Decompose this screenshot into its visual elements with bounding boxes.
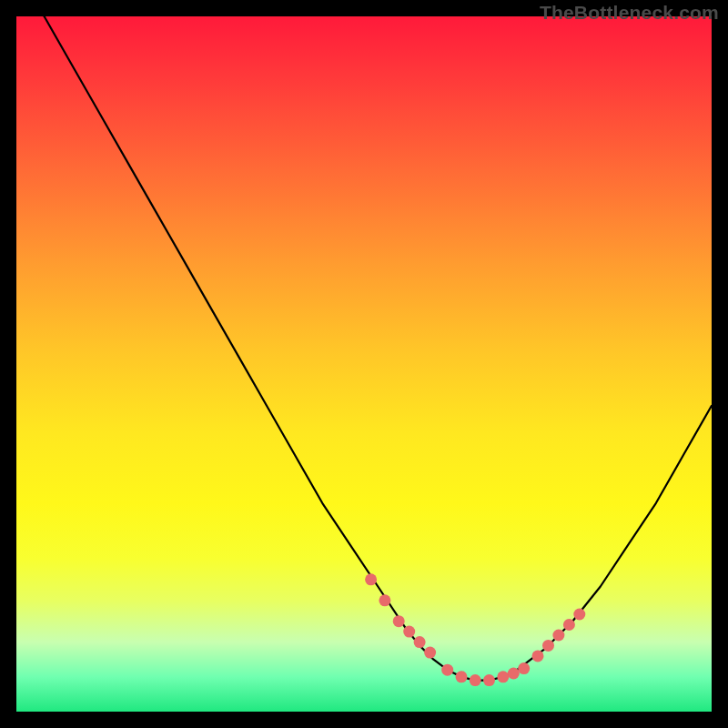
watermark-text: TheBottleneck.com — [540, 2, 719, 24]
curve-marker — [542, 640, 554, 652]
curve-marker — [573, 609, 585, 621]
curve-marker — [414, 636, 426, 648]
curve-marker — [483, 674, 495, 686]
curve-marker — [563, 619, 575, 631]
curve-marker — [424, 647, 436, 659]
curve-marker — [379, 594, 390, 606]
curve-marker — [365, 573, 377, 585]
chart-svg — [16, 16, 712, 712]
curve-marker — [508, 668, 520, 680]
curve-marker — [403, 626, 415, 638]
curve-marker — [456, 671, 468, 682]
curve-marker — [532, 650, 544, 662]
curve-marker-group — [365, 573, 585, 686]
curve-marker — [552, 630, 564, 642]
curve-marker — [393, 615, 405, 627]
curve-marker — [497, 671, 509, 682]
curve-marker — [441, 664, 453, 676]
curve-marker — [470, 674, 481, 686]
chart-frame — [16, 16, 712, 712]
curve-marker — [518, 662, 530, 674]
bottleneck-curve — [16, 0, 712, 681]
